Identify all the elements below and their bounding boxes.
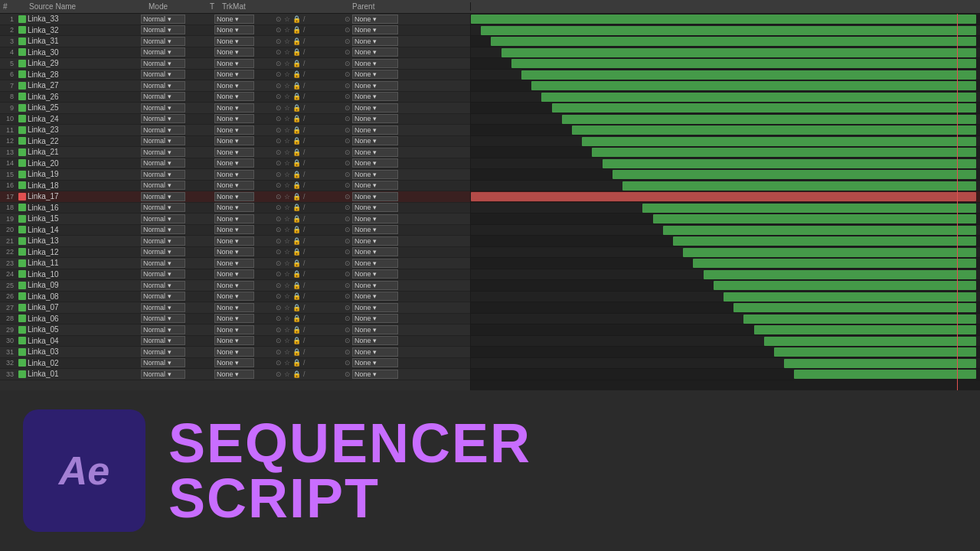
- lock-icon[interactable]: 🔒: [292, 159, 301, 167]
- timeline-bar[interactable]: [683, 248, 976, 257]
- timeline-bar[interactable]: [784, 359, 976, 368]
- layer-mode[interactable]: Normal ▾: [141, 70, 202, 79]
- solo-icon[interactable]: ☆: [284, 348, 290, 356]
- lock-icon[interactable]: 🔒: [292, 370, 301, 378]
- solo-icon[interactable]: ☆: [284, 326, 290, 334]
- layer-mode[interactable]: Normal ▾: [141, 25, 202, 34]
- timeline-bar[interactable]: [693, 259, 976, 268]
- visibility-icon[interactable]: ⊙: [276, 148, 282, 156]
- solo-icon[interactable]: ☆: [284, 93, 290, 100]
- layer-parent[interactable]: ⊙None ▾: [345, 336, 436, 345]
- visibility-icon[interactable]: ⊙: [276, 104, 282, 112]
- layer-mode[interactable]: Normal ▾: [141, 336, 202, 345]
- solo-icon[interactable]: ☆: [284, 315, 290, 322]
- layer-mode[interactable]: Normal ▾: [141, 192, 202, 201]
- layer-mode[interactable]: Normal ▾: [141, 292, 202, 301]
- visibility-icon[interactable]: ⊙: [276, 171, 282, 178]
- visibility-icon[interactable]: ⊙: [276, 37, 282, 45]
- layer-parent[interactable]: ⊙None ▾: [345, 114, 436, 123]
- visibility-icon[interactable]: ⊙: [276, 348, 282, 356]
- layer-trkmat[interactable]: None ▾: [214, 15, 276, 24]
- lock-icon[interactable]: 🔒: [292, 70, 301, 78]
- solo-icon[interactable]: ☆: [284, 48, 290, 56]
- visibility-icon[interactable]: ⊙: [276, 48, 282, 56]
- visibility-icon[interactable]: ⊙: [276, 292, 282, 300]
- lock-icon[interactable]: 🔒: [292, 359, 301, 367]
- solo-icon[interactable]: ☆: [284, 237, 290, 245]
- edit-icon[interactable]: /: [303, 104, 305, 112]
- layer-trkmat[interactable]: None ▾: [214, 192, 276, 201]
- layer-mode[interactable]: Normal ▾: [141, 325, 202, 334]
- layer-trkmat[interactable]: None ▾: [214, 370, 276, 379]
- layer-mode[interactable]: Normal ▾: [141, 203, 202, 212]
- visibility-icon[interactable]: ⊙: [276, 70, 282, 78]
- lock-icon[interactable]: 🔒: [292, 270, 301, 278]
- layer-trkmat[interactable]: None ▾: [214, 148, 276, 157]
- layer-mode[interactable]: Normal ▾: [141, 225, 202, 234]
- layer-mode[interactable]: Normal ▾: [141, 358, 202, 367]
- lock-icon[interactable]: 🔒: [292, 237, 301, 245]
- timeline-bar[interactable]: [794, 370, 976, 379]
- layer-mode[interactable]: Normal ▾: [141, 370, 202, 379]
- layer-parent[interactable]: ⊙None ▾: [345, 347, 436, 357]
- lock-icon[interactable]: 🔒: [292, 37, 301, 45]
- solo-icon[interactable]: ☆: [284, 148, 290, 156]
- lock-icon[interactable]: 🔒: [292, 115, 301, 122]
- solo-icon[interactable]: ☆: [284, 226, 290, 233]
- layer-parent[interactable]: ⊙None ▾: [345, 170, 436, 179]
- layer-parent[interactable]: ⊙None ▾: [345, 236, 436, 246]
- timeline-bar[interactable]: [704, 270, 976, 279]
- edit-icon[interactable]: /: [303, 137, 305, 145]
- lock-icon[interactable]: 🔒: [292, 93, 301, 100]
- layer-trkmat[interactable]: None ▾: [214, 314, 276, 323]
- layer-mode[interactable]: Normal ▾: [141, 259, 202, 268]
- solo-icon[interactable]: ☆: [284, 282, 290, 289]
- layer-parent[interactable]: ⊙None ▾: [345, 292, 436, 301]
- timeline-bar[interactable]: [521, 70, 976, 80]
- lock-icon[interactable]: 🔒: [292, 171, 301, 178]
- timeline-bar[interactable]: [592, 148, 976, 157]
- lock-icon[interactable]: 🔒: [292, 104, 301, 112]
- timeline-bar[interactable]: [491, 37, 976, 46]
- edit-icon[interactable]: /: [303, 48, 305, 56]
- edit-icon[interactable]: /: [303, 304, 305, 311]
- timeline-bar[interactable]: [572, 126, 976, 135]
- layer-mode[interactable]: Normal ▾: [141, 47, 202, 57]
- visibility-icon[interactable]: ⊙: [276, 304, 282, 311]
- edit-icon[interactable]: /: [303, 226, 305, 233]
- solo-icon[interactable]: ☆: [284, 215, 290, 223]
- visibility-icon[interactable]: ⊙: [276, 248, 282, 256]
- layer-mode[interactable]: Normal ▾: [141, 37, 202, 46]
- timeline-bar[interactable]: [562, 115, 976, 124]
- solo-icon[interactable]: ☆: [284, 259, 290, 267]
- timeline-bar[interactable]: [754, 325, 976, 334]
- lock-icon[interactable]: 🔒: [292, 326, 301, 334]
- edit-icon[interactable]: /: [303, 26, 305, 34]
- layer-trkmat[interactable]: None ▾: [214, 325, 276, 334]
- layer-mode[interactable]: Normal ▾: [141, 281, 202, 290]
- layer-parent[interactable]: ⊙None ▾: [345, 314, 436, 323]
- layer-trkmat[interactable]: None ▾: [214, 358, 276, 367]
- layer-trkmat[interactable]: None ▾: [214, 25, 276, 34]
- solo-icon[interactable]: ☆: [284, 193, 290, 201]
- timeline-bar[interactable]: [622, 181, 976, 191]
- layer-parent[interactable]: ⊙None ▾: [345, 59, 436, 68]
- edit-icon[interactable]: /: [303, 270, 305, 278]
- edit-icon[interactable]: /: [303, 93, 305, 100]
- visibility-icon[interactable]: ⊙: [276, 181, 282, 189]
- solo-icon[interactable]: ☆: [284, 171, 290, 178]
- layer-mode[interactable]: Normal ▾: [141, 236, 202, 246]
- edit-icon[interactable]: /: [303, 82, 305, 90]
- visibility-icon[interactable]: ⊙: [276, 337, 282, 344]
- edit-icon[interactable]: /: [303, 215, 305, 223]
- lock-icon[interactable]: 🔒: [292, 315, 301, 322]
- solo-icon[interactable]: ☆: [284, 359, 290, 367]
- lock-icon[interactable]: 🔒: [292, 15, 301, 23]
- edit-icon[interactable]: /: [303, 15, 305, 23]
- visibility-icon[interactable]: ⊙: [276, 15, 282, 23]
- solo-icon[interactable]: ☆: [284, 370, 290, 378]
- layer-parent[interactable]: ⊙None ▾: [345, 70, 436, 79]
- layer-mode[interactable]: Normal ▾: [141, 103, 202, 112]
- layer-trkmat[interactable]: None ▾: [214, 170, 276, 179]
- layer-trkmat[interactable]: None ▾: [214, 126, 276, 135]
